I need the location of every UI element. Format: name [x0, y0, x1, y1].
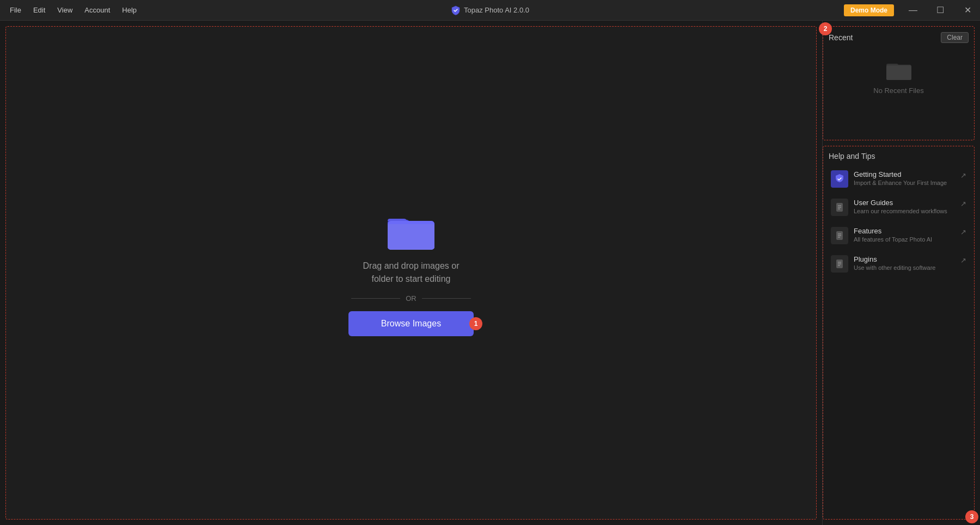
getting-started-icon — [831, 170, 848, 188]
getting-started-subtitle: Import & Enhance Your First Image — [854, 180, 955, 186]
browse-images-button[interactable]: Browse Images — [348, 311, 474, 336]
close-button[interactable]: ✕ — [955, 0, 980, 21]
user-guides-title: User Guides — [854, 199, 955, 207]
plugins-icon — [831, 255, 848, 273]
recent-section: 2 Recent Clear No Recent Files — [823, 26, 975, 140]
drop-zone[interactable]: Drag and drop images or folder to start … — [5, 26, 817, 520]
plugins-subtitle: Use with other editing software — [854, 264, 955, 271]
recent-title: Recent — [829, 33, 853, 42]
external-link-icon-3: ↗ — [960, 256, 966, 264]
titlebar: File Edit View Account Help Topaz Photo … — [0, 0, 980, 21]
getting-started-text: Getting Started Import & Enhance Your Fi… — [854, 170, 955, 186]
features-title: Features — [854, 227, 955, 235]
no-recent-area: No Recent Files — [829, 48, 969, 100]
menu-bar: File Edit View Account Help — [4, 4, 142, 16]
folder-icon — [387, 210, 436, 251]
user-guides-text: User Guides Learn our recommended workfl… — [854, 199, 955, 214]
features-text: Features All features of Topaz Photo AI — [854, 227, 955, 243]
user-guides-icon — [831, 199, 848, 216]
external-link-icon-0: ↗ — [960, 171, 966, 180]
badge-1: 1 — [469, 317, 482, 330]
sidebar: 2 Recent Clear No Recent Files 3 Help an… — [822, 21, 980, 525]
titlebar-controls: Demo Mode — ☐ ✕ — [844, 0, 980, 21]
topaz-shield-icon — [451, 5, 461, 15]
menu-help[interactable]: Help — [117, 4, 142, 16]
minimize-button[interactable]: — — [901, 0, 926, 21]
or-line-left — [351, 298, 400, 299]
demo-mode-button[interactable]: Demo Mode — [844, 4, 894, 16]
clear-button[interactable]: Clear — [941, 32, 969, 43]
features-subtitle: All features of Topaz Photo AI — [854, 236, 955, 243]
plugins-title: Plugins — [854, 255, 955, 263]
help-item-user-guides[interactable]: User Guides Learn our recommended workfl… — [829, 193, 969, 221]
help-item-features[interactable]: Features All features of Topaz Photo AI … — [829, 221, 969, 250]
no-recent-text: No Recent Files — [873, 87, 923, 95]
badge-3: 3 — [965, 510, 978, 523]
main-layout: Drag and drop images or folder to start … — [0, 21, 980, 525]
or-label: OR — [406, 294, 416, 302]
help-section: 3 Help and Tips Getting Started Import &… — [823, 146, 975, 520]
titlebar-app-name: Topaz Photo AI 2.0.0 — [451, 5, 529, 15]
help-item-getting-started[interactable]: Getting Started Import & Enhance Your Fi… — [829, 165, 969, 193]
menu-edit[interactable]: Edit — [28, 4, 51, 16]
getting-started-title: Getting Started — [854, 170, 955, 178]
features-icon — [831, 227, 848, 244]
menu-view[interactable]: View — [52, 4, 78, 16]
help-title: Help and Tips — [829, 152, 969, 160]
drag-drop-text: Drag and drop images or folder to start … — [363, 260, 460, 286]
menu-file[interactable]: File — [4, 4, 27, 16]
plugins-text: Plugins Use with other editing software — [854, 255, 955, 271]
user-guides-subtitle: Learn our recommended workflows — [854, 208, 955, 214]
drop-content: Drag and drop images or folder to start … — [348, 210, 474, 336]
or-line-right — [422, 298, 471, 299]
menu-account[interactable]: Account — [79, 4, 115, 16]
recent-section-header: Recent Clear — [829, 32, 969, 43]
or-divider: OR — [351, 294, 471, 302]
external-link-icon-2: ↗ — [960, 228, 966, 236]
help-item-plugins[interactable]: Plugins Use with other editing software … — [829, 250, 969, 278]
no-recent-folder-icon — [886, 59, 912, 81]
maximize-button[interactable]: ☐ — [928, 0, 953, 21]
external-link-icon-1: ↗ — [960, 200, 966, 208]
badge-2: 2 — [819, 22, 832, 35]
